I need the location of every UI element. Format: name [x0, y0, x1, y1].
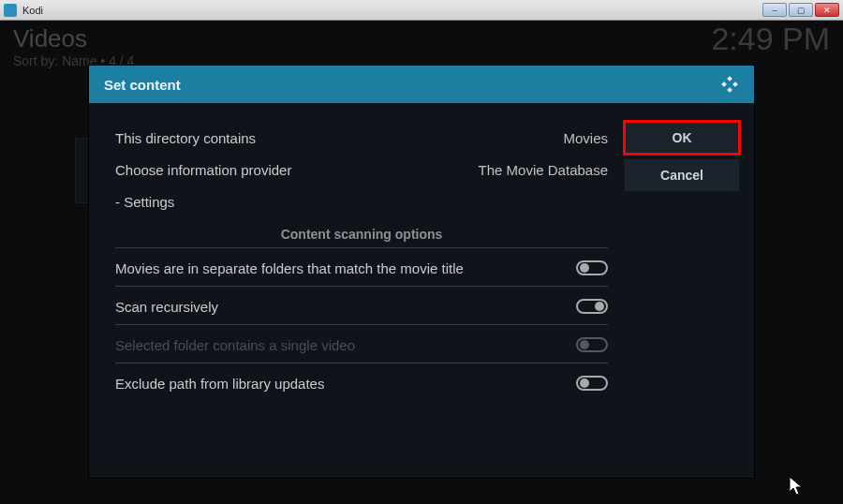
- value-directory-contains: Movies: [563, 130, 608, 146]
- bg-section-title: Videos: [13, 24, 134, 53]
- label-info-provider: Choose information provider: [115, 162, 479, 178]
- window-titlebar: Kodi – ▢ ✕: [0, 0, 843, 21]
- window-buttons: – ▢ ✕: [762, 3, 839, 17]
- row-scan-recursively[interactable]: Scan recursively: [115, 290, 608, 322]
- row-settings[interactable]: - Settings: [115, 185, 608, 217]
- row-separate-folders[interactable]: Movies are in separate folders that matc…: [115, 252, 608, 284]
- svg-rect-1: [721, 82, 727, 87]
- dialog-titlebar: Set content: [89, 66, 754, 103]
- label-separate-folders: Movies are in separate folders that matc…: [115, 260, 567, 276]
- mouse-cursor-icon: [789, 476, 806, 498]
- value-info-provider: The Movie Database: [479, 162, 608, 178]
- dialog-content-column: This directory contains Movies Choose in…: [89, 103, 625, 478]
- label-single-video: Selected folder contains a single video: [115, 337, 567, 353]
- row-divider: [115, 324, 608, 325]
- kodi-logo-icon: [720, 75, 739, 94]
- dialog-title: Set content: [104, 77, 181, 93]
- svg-rect-3: [727, 87, 732, 93]
- label-directory-contains: This directory contains: [115, 130, 563, 146]
- toggle-exclude-path[interactable]: [576, 376, 608, 391]
- clock: 2:49 PM: [711, 21, 830, 57]
- label-exclude-path: Exclude path from library updates: [115, 376, 567, 392]
- label-settings: - Settings: [115, 194, 608, 210]
- toggle-separate-folders[interactable]: [576, 260, 608, 275]
- row-info-provider[interactable]: Choose information provider The Movie Da…: [115, 154, 608, 185]
- app-background: Videos Sort by: Name • 4 / 4 2:49 PM Set…: [0, 21, 843, 504]
- row-exclude-path[interactable]: Exclude path from library updates: [115, 367, 608, 399]
- maximize-button[interactable]: ▢: [789, 3, 813, 17]
- dialog-side-column: OK Cancel: [625, 103, 754, 478]
- row-divider: [115, 363, 608, 363]
- background-header: Videos Sort by: Name • 4 / 4: [13, 24, 134, 68]
- toggle-single-video: [576, 337, 608, 352]
- close-button[interactable]: ✕: [815, 3, 839, 17]
- row-directory-contains[interactable]: This directory contains Movies: [115, 122, 608, 154]
- section-header-scanning: Content scanning options: [115, 217, 608, 248]
- kodi-app-icon: [4, 4, 17, 17]
- minimize-button[interactable]: –: [762, 3, 787, 17]
- svg-rect-2: [732, 82, 738, 87]
- toggle-scan-recursively[interactable]: [576, 299, 608, 314]
- svg-rect-0: [727, 76, 732, 82]
- ok-button[interactable]: OK: [625, 122, 739, 154]
- cancel-button[interactable]: Cancel: [625, 159, 739, 191]
- window-title: Kodi: [22, 5, 762, 16]
- set-content-dialog: Set content This directory contains Movi…: [89, 66, 754, 478]
- row-divider: [115, 286, 608, 287]
- label-scan-recursively: Scan recursively: [115, 299, 567, 315]
- row-single-video: Selected folder contains a single video: [115, 329, 608, 361]
